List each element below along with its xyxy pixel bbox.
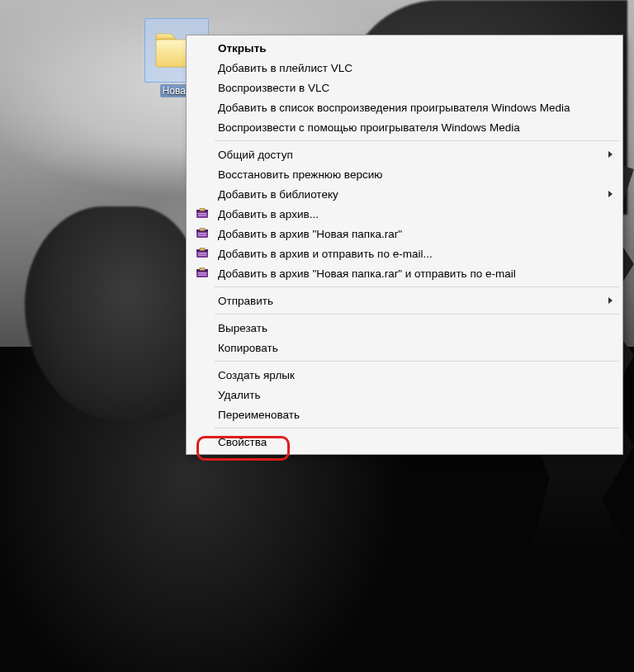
- menu-separator: [215, 286, 619, 287]
- winrar-icon: [192, 227, 213, 240]
- winrar-icon: [192, 247, 213, 260]
- svg-rect-8: [198, 233, 206, 234]
- svg-rect-10: [200, 229, 205, 231]
- menu-separator: [215, 361, 619, 362]
- submenu-arrow-icon: [608, 297, 613, 304]
- svg-rect-13: [198, 253, 206, 253]
- svg-rect-3: [198, 213, 206, 214]
- menu-cut[interactable]: Вырезать: [188, 318, 621, 338]
- menu-separator: [215, 140, 619, 141]
- svg-rect-19: [198, 274, 206, 275]
- wallpaper-shape: [25, 206, 198, 421]
- menu-separator: [215, 314, 619, 315]
- menu-add-wmp-playlist[interactable]: Добавить в список воспроизведения проигр…: [188, 97, 621, 117]
- svg-rect-20: [200, 268, 205, 271]
- menu-rar-add[interactable]: Добавить в архив...: [188, 204, 621, 224]
- context-menu: Открыть Добавить в плейлист VLC Воспроиз…: [186, 35, 623, 455]
- menu-add-library[interactable]: Добавить в библиотеку: [188, 184, 621, 204]
- menu-separator: [215, 428, 619, 428]
- menu-create-shortcut[interactable]: Создать ярлык: [188, 365, 621, 385]
- winrar-icon: [192, 207, 213, 220]
- svg-rect-9: [198, 234, 206, 235]
- menu-restore-previous[interactable]: Восстановить прежнюю версию: [188, 164, 621, 184]
- menu-rar-add-email[interactable]: Добавить в архив и отправить по e-mail..…: [188, 244, 621, 263]
- menu-rar-add-named[interactable]: Добавить в архив "Новая папка.rar": [188, 224, 621, 244]
- menu-open[interactable]: Открыть: [188, 38, 621, 58]
- svg-rect-18: [198, 272, 206, 273]
- submenu-arrow-icon: [608, 151, 613, 158]
- svg-rect-5: [200, 209, 205, 211]
- submenu-arrow-icon: [608, 191, 613, 197]
- menu-play-wmp[interactable]: Воспроизвести с помощью проигрывателя Wi…: [188, 117, 621, 137]
- menu-delete[interactable]: Удалить: [188, 385, 621, 405]
- menu-add-playlist-vlc[interactable]: Добавить в плейлист VLC: [188, 58, 621, 78]
- menu-rar-add-named-email[interactable]: Добавить в архив "Новая папка.rar" и отп…: [188, 263, 621, 283]
- menu-share[interactable]: Общий доступ: [188, 144, 621, 164]
- menu-play-vlc[interactable]: Воспроизвести в VLC: [188, 78, 621, 97]
- menu-rename[interactable]: Переименовать: [188, 405, 621, 424]
- menu-properties[interactable]: Свойства: [188, 432, 621, 452]
- menu-copy[interactable]: Копировать: [188, 338, 621, 357]
- svg-rect-15: [200, 248, 205, 251]
- winrar-icon: [192, 267, 213, 280]
- svg-rect-14: [198, 254, 206, 255]
- svg-rect-4: [198, 215, 206, 215]
- menu-send-to[interactable]: Отправить: [188, 291, 621, 310]
